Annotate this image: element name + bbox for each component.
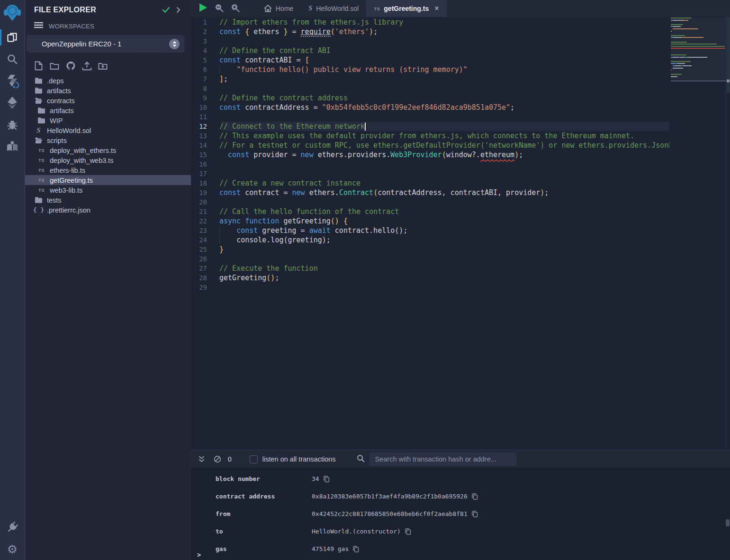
tree-item-contracts[interactable]: contracts	[25, 96, 191, 106]
create-folder-icon[interactable]	[49, 61, 60, 71]
copy-icon[interactable]	[405, 528, 411, 535]
tree-item-getGreeting.ts[interactable]: TSgetGreeting.ts	[25, 175, 191, 185]
tree-item-artifacts[interactable]: artifacts	[25, 106, 191, 116]
close-tab-icon[interactable]: ×	[434, 4, 439, 13]
code-line-3[interactable]: 3	[191, 36, 669, 46]
line-content	[219, 84, 669, 93]
code-line-6[interactable]: 6 "function hello() public view returns …	[191, 65, 669, 74]
code-line-8[interactable]: 8	[191, 84, 669, 93]
tree-item-artifacts[interactable]: artifacts	[25, 86, 191, 96]
code-line-18[interactable]: 18// Create a new contract instance	[191, 178, 669, 188]
tree-item-label: getGreeting.ts	[50, 177, 93, 184]
tab-getGreeting.ts[interactable]: TSgetGreeting.ts×	[366, 0, 446, 17]
collapse-terminal-icon[interactable]	[196, 453, 207, 465]
code-line-5[interactable]: 5const contractABI = [	[191, 55, 669, 65]
code-line-7[interactable]: 7];	[191, 74, 669, 84]
copy-icon[interactable]	[472, 511, 478, 517]
code-line-19[interactable]: 19const contract = new ethers.Contract(c…	[191, 188, 669, 197]
line-number: 10	[191, 103, 219, 112]
workspace-select[interactable]: OpenZeppelin ERC20 - 1	[27, 35, 184, 53]
line-content: // Define the contract ABI	[219, 46, 669, 55]
code-line-9[interactable]: 9// Define the contract address	[191, 93, 669, 103]
terminal-scrollbar[interactable]	[726, 519, 730, 526]
tree-item-.deps[interactable]: .deps	[25, 76, 191, 86]
tree-item-label: scripts	[47, 137, 67, 144]
tree-item-WIP[interactable]: WIP	[25, 116, 191, 125]
panel-title: FILE EXPLORER	[34, 6, 160, 14]
zoom-in-button[interactable]	[227, 0, 243, 17]
pending-tx-count: 0	[228, 455, 232, 463]
activity-deploy-run[interactable]	[0, 92, 25, 114]
tree-item-web3-lib.ts[interactable]: TSweb3-lib.ts	[25, 185, 191, 195]
activity-search[interactable]	[0, 48, 25, 70]
code-line-17[interactable]: 17	[191, 169, 669, 178]
code-line-23[interactable]: 23 const greeting = await contract.hello…	[191, 226, 669, 235]
code-line-2[interactable]: 2const { ethers } = require('ethers');	[191, 27, 669, 36]
tree-item-tests[interactable]: tests	[25, 195, 191, 205]
activity-plugin-manager[interactable]	[0, 516, 25, 538]
code-line-29[interactable]: 29	[191, 283, 669, 292]
code-line-10[interactable]: 10const contractAddress = "0xb54febb5c0c…	[191, 103, 669, 112]
code-line-16[interactable]: 16	[191, 160, 669, 169]
tree-item-HelloWorld.sol[interactable]: SHelloWorld.sol	[25, 125, 191, 135]
activity-solidity-compiler[interactable]	[0, 70, 25, 92]
play-icon	[199, 3, 207, 14]
tree-item-scripts[interactable]: scripts	[25, 135, 191, 145]
code-line-1[interactable]: 1// Import ethers from the ethers.js lib…	[191, 18, 669, 27]
tab-Home[interactable]: Home	[256, 0, 301, 17]
code-line-25[interactable]: 25}	[191, 245, 669, 254]
code-line-15[interactable]: 15 const provider = new ethers.providers…	[191, 150, 669, 160]
copy-icon[interactable]	[324, 476, 330, 482]
listen-transactions-checkbox[interactable]	[250, 455, 258, 463]
tab-HelloWorld.sol[interactable]: SHelloWorld.sol	[301, 0, 366, 17]
tree-item-deploy_with_web3.ts[interactable]: TSdeploy_with_web3.ts	[25, 155, 191, 165]
code-line-12[interactable]: 12// Connect to the Ethereum network	[191, 122, 669, 131]
tree-item-.prettierrc.json[interactable]: { }.prettierrc.json	[25, 205, 191, 215]
workspace-select-toggle-icon[interactable]	[169, 39, 180, 49]
activity-debugger[interactable]	[0, 114, 25, 135]
line-content: const contractAddress = "0xb54febb5c0c0f…	[219, 103, 669, 112]
run-script-button[interactable]	[195, 0, 211, 17]
tree-item-label: ethers-lib.ts	[50, 167, 85, 174]
folder-icon	[37, 107, 45, 114]
terminal-search-input[interactable]	[370, 453, 516, 466]
copy-icon[interactable]	[472, 493, 478, 500]
code-line-11[interactable]: 11	[191, 112, 669, 122]
code-line-22[interactable]: 22async function getGreeting() {	[191, 216, 669, 226]
clone-github-icon[interactable]	[65, 61, 76, 71]
code-line-20[interactable]: 20	[191, 197, 669, 207]
line-number: 29	[191, 283, 219, 292]
clear-console-icon[interactable]	[212, 453, 223, 465]
code-area[interactable]: 1// Import ethers from the ethers.js lib…	[191, 17, 669, 450]
activity-settings[interactable]: ⚙	[0, 538, 25, 560]
create-file-icon[interactable]	[33, 61, 44, 71]
code-line-4[interactable]: 4// Define the contract ABI	[191, 46, 669, 55]
code-line-14[interactable]: 14// For a testnet or custom RPC, use et…	[191, 141, 669, 150]
line-content	[219, 169, 669, 178]
tab-label: Home	[276, 5, 293, 12]
line-content: }	[219, 245, 669, 254]
upload-folder-icon[interactable]	[98, 61, 108, 71]
minimap-slider[interactable]	[671, 18, 726, 81]
tree-item-ethers-lib.ts[interactable]: TSethers-lib.ts	[25, 165, 191, 175]
activity-file-explorer[interactable]	[0, 27, 25, 48]
workspaces-menu-icon[interactable]	[34, 22, 43, 30]
code-line-27[interactable]: 27// Execute the function	[191, 264, 669, 273]
code-line-21[interactable]: 21// Call the hello function of the cont…	[191, 207, 669, 216]
editor-scrollbar[interactable]	[726, 17, 730, 450]
code-line-28[interactable]: 28getGreeting();	[191, 273, 669, 283]
activity-unit-testing[interactable]	[0, 135, 25, 157]
editor-minimap[interactable]	[671, 18, 726, 450]
tree-item-label: .deps	[47, 77, 63, 85]
code-line-26[interactable]: 26	[191, 254, 669, 264]
terminal-prompt[interactable]: >	[197, 551, 201, 559]
tree-item-deploy_with_ethers.ts[interactable]: TSdeploy_with_ethers.ts	[25, 145, 191, 155]
zoom-out-button[interactable]	[211, 0, 227, 17]
line-content	[219, 160, 669, 169]
upload-file-icon[interactable]	[81, 61, 92, 71]
code-line-24[interactable]: 24 console.log(greeting);	[191, 235, 669, 245]
activity-remix-logo[interactable]	[0, 0, 25, 27]
collapse-panel-chevron-icon[interactable]	[172, 5, 184, 15]
copy-icon[interactable]	[353, 546, 359, 552]
code-line-13[interactable]: 13// This example uses the default provi…	[191, 131, 669, 141]
